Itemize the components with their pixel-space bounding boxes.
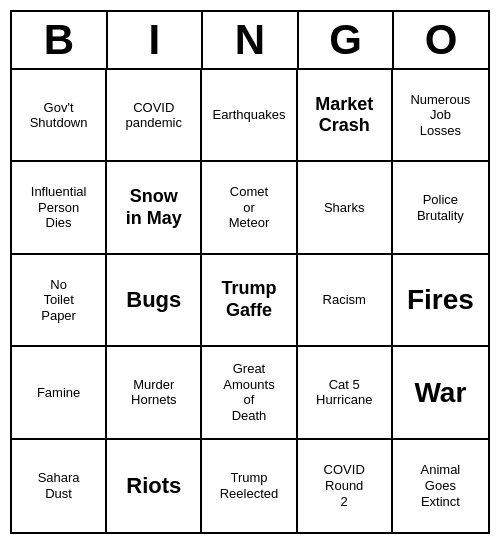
- bingo-cell[interactable]: Trump Reelected: [202, 440, 297, 532]
- header-letter: B: [12, 12, 108, 70]
- bingo-cell[interactable]: Bugs: [107, 255, 202, 347]
- bingo-cell[interactable]: Earthquakes: [202, 70, 297, 162]
- bingo-cell[interactable]: Racism: [298, 255, 393, 347]
- bingo-cell-text: COVID Round 2: [324, 462, 365, 509]
- header-letter: G: [299, 12, 395, 70]
- bingo-cell[interactable]: No Toilet Paper: [12, 255, 107, 347]
- header-letter: O: [394, 12, 488, 70]
- bingo-cell-text: Animal Goes Extinct: [421, 462, 461, 509]
- bingo-cell[interactable]: Market Crash: [298, 70, 393, 162]
- bingo-cell[interactable]: Cat 5 Hurricane: [298, 347, 393, 439]
- bingo-card: BINGO Gov't ShutdownCOVID pandemicEarthq…: [10, 10, 490, 534]
- bingo-cell-text: Sharks: [324, 200, 364, 216]
- bingo-cell-text: Racism: [323, 292, 366, 308]
- bingo-cell[interactable]: Riots: [107, 440, 202, 532]
- bingo-cell-text: Sahara Dust: [38, 470, 80, 501]
- bingo-cell[interactable]: Sharks: [298, 162, 393, 254]
- bingo-cell-text: COVID pandemic: [126, 100, 182, 131]
- bingo-cell-text: Gov't Shutdown: [30, 100, 88, 131]
- bingo-cell-text: Trump Gaffe: [221, 278, 276, 321]
- bingo-cell-text: Numerous Job Losses: [410, 92, 470, 139]
- bingo-cell[interactable]: Murder Hornets: [107, 347, 202, 439]
- bingo-cell-text: Comet or Meteor: [229, 184, 269, 231]
- bingo-grid: Gov't ShutdownCOVID pandemicEarthquakesM…: [12, 70, 488, 532]
- bingo-cell-text: Murder Hornets: [131, 377, 177, 408]
- bingo-cell[interactable]: Trump Gaffe: [202, 255, 297, 347]
- bingo-cell[interactable]: War: [393, 347, 488, 439]
- bingo-cell[interactable]: COVID pandemic: [107, 70, 202, 162]
- bingo-cell[interactable]: Great Amounts of Death: [202, 347, 297, 439]
- bingo-cell-text: Snow in May: [126, 186, 182, 229]
- header-letter: N: [203, 12, 299, 70]
- bingo-cell[interactable]: Snow in May: [107, 162, 202, 254]
- bingo-cell[interactable]: Influential Person Dies: [12, 162, 107, 254]
- bingo-cell[interactable]: Numerous Job Losses: [393, 70, 488, 162]
- bingo-cell[interactable]: Fires: [393, 255, 488, 347]
- bingo-cell-text: Trump Reelected: [220, 470, 279, 501]
- bingo-cell[interactable]: Comet or Meteor: [202, 162, 297, 254]
- bingo-cell-text: Fires: [407, 283, 474, 317]
- bingo-cell-text: Earthquakes: [212, 107, 285, 123]
- bingo-cell[interactable]: Sahara Dust: [12, 440, 107, 532]
- bingo-cell-text: Market Crash: [315, 94, 373, 137]
- bingo-cell-text: No Toilet Paper: [41, 277, 76, 324]
- header-letter: I: [108, 12, 204, 70]
- bingo-cell[interactable]: Famine: [12, 347, 107, 439]
- bingo-cell[interactable]: COVID Round 2: [298, 440, 393, 532]
- bingo-cell-text: Famine: [37, 385, 80, 401]
- bingo-cell-text: Police Brutality: [417, 192, 464, 223]
- bingo-cell-text: War: [414, 376, 466, 410]
- bingo-cell[interactable]: Police Brutality: [393, 162, 488, 254]
- bingo-cell-text: Riots: [126, 473, 181, 499]
- bingo-header: BINGO: [12, 12, 488, 70]
- bingo-cell-text: Great Amounts of Death: [223, 361, 274, 423]
- bingo-cell[interactable]: Animal Goes Extinct: [393, 440, 488, 532]
- bingo-cell-text: Cat 5 Hurricane: [316, 377, 372, 408]
- bingo-cell-text: Bugs: [126, 287, 181, 313]
- bingo-cell[interactable]: Gov't Shutdown: [12, 70, 107, 162]
- bingo-cell-text: Influential Person Dies: [31, 184, 87, 231]
